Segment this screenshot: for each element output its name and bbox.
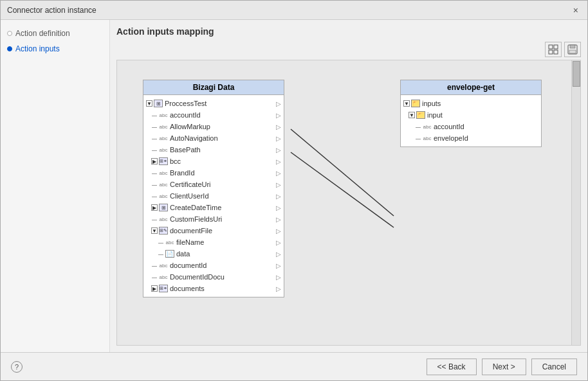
arrow-right: ▷: [276, 181, 281, 188]
arrow-right: ▷: [276, 135, 281, 142]
list-item: ▼ ⊞✎ documentFile ▷: [143, 225, 284, 236]
expand-icon[interactable]: —: [151, 216, 158, 222]
sidebar-item-action-inputs[interactable]: Action inputs: [1, 42, 109, 56]
file-icon: 📄: [165, 250, 174, 258]
expand-icon[interactable]: ▼: [409, 112, 415, 118]
item-label: BasePath: [170, 146, 201, 154]
dialog-body: Action definition Action inputs Action i…: [1, 20, 587, 352]
arrow-right: ▷: [276, 285, 281, 292]
right-panel: envelope-get ▼ 📁 inputs ▼ 📁: [400, 80, 542, 147]
list-item: ▶ ⊞ CreateDateTime ▷: [143, 202, 284, 213]
abc-icon: abc: [159, 123, 168, 130]
svg-rect-3: [554, 50, 558, 54]
expand-icon[interactable]: —: [158, 251, 164, 257]
folder-icon: 📁: [411, 100, 420, 107]
expand-icon[interactable]: ▶: [151, 285, 158, 292]
item-label: input: [427, 111, 443, 119]
list-item: — abc ClientUserId ▷: [143, 190, 284, 202]
toolbar: [116, 42, 581, 57]
next-button[interactable]: Next >: [482, 359, 526, 375]
scrollbar[interactable]: [571, 60, 580, 345]
expand-icon[interactable]: ▶: [151, 158, 158, 164]
list-item: ▼ 📁 input: [401, 109, 541, 121]
expand-icon[interactable]: —: [151, 112, 158, 118]
expand-icon[interactable]: —: [415, 123, 421, 130]
expand-icon[interactable]: —: [151, 146, 158, 153]
arrow-right: ▷: [276, 216, 281, 223]
left-panel-header: Bizagi Data: [143, 80, 284, 95]
item-label: CreateDateTime: [170, 204, 221, 211]
expand-icon[interactable]: —: [151, 193, 158, 199]
list-item: — abc documentId ▷: [143, 260, 284, 271]
scrollbar-thumb[interactable]: [573, 61, 580, 87]
item-label: DocumentIdDocu: [170, 273, 225, 281]
item-label: envelopeId: [434, 134, 468, 142]
page-title: Action inputs mapping: [116, 26, 581, 37]
right-panel-header: envelope-get: [401, 80, 541, 95]
back-button[interactable]: << Back: [427, 359, 477, 375]
svg-rect-2: [549, 50, 553, 54]
table-icon: ⊞: [154, 100, 163, 107]
abc-icon: abc: [159, 261, 168, 269]
expand-icon[interactable]: ▼: [403, 100, 410, 107]
sidebar-label-action-inputs: Action inputs: [15, 44, 60, 53]
table-link-icon2: ⊞⚭: [159, 285, 168, 292]
help-button[interactable]: ?: [11, 361, 23, 373]
item-label: accountId: [170, 111, 201, 119]
item-label: fileName: [176, 238, 204, 246]
list-item: — abc envelopeId: [401, 132, 541, 144]
expand-icon[interactable]: —: [158, 239, 164, 245]
arrange-button[interactable]: [545, 42, 562, 57]
expand-icon[interactable]: —: [151, 274, 158, 280]
expand-icon[interactable]: —: [151, 262, 158, 269]
item-label: inputs: [422, 100, 441, 107]
item-label: AllowMarkup: [170, 123, 210, 130]
dialog-title: Connector action instance: [7, 6, 96, 15]
expand-icon[interactable]: ▶: [151, 204, 158, 211]
list-item: ▶ ⊞⚭ bcc ▷: [143, 155, 284, 167]
arrow-right: ▷: [276, 204, 281, 211]
abc-icon: abc: [165, 238, 174, 246]
svg-line-8: [291, 152, 394, 227]
dialog-footer: ? << Back Next > Cancel: [1, 352, 587, 380]
arrow-right: ▷: [276, 112, 281, 119]
sidebar: Action definition Action inputs: [1, 20, 110, 352]
list-item: — abc CustomFieldsUri ▷: [143, 213, 284, 225]
arrow-right: ▷: [276, 251, 281, 258]
expand-icon[interactable]: ▼: [151, 227, 158, 234]
expand-icon[interactable]: —: [151, 170, 158, 176]
expand-icon[interactable]: —: [415, 135, 421, 141]
arrow-right: ▷: [276, 100, 281, 107]
list-item: — abc accountId: [401, 121, 541, 132]
save-icon: [567, 44, 578, 55]
abc-icon: abc: [159, 134, 168, 142]
abc-icon: abc: [159, 215, 168, 223]
list-item: — abc AutoNavigation ▷: [143, 132, 284, 144]
svg-rect-6: [569, 50, 576, 53]
abc-icon: abc: [159, 146, 168, 154]
abc-icon: abc: [159, 181, 168, 188]
save-button[interactable]: [564, 42, 581, 57]
expand-icon[interactable]: —: [151, 181, 158, 188]
abc-icon: abc: [159, 169, 168, 177]
sidebar-item-action-definition[interactable]: Action definition: [1, 26, 109, 40]
item-label: ClientUserId: [170, 192, 209, 200]
cancel-button[interactable]: Cancel: [531, 359, 577, 375]
folder-icon: 📁: [416, 111, 425, 119]
table-edit-icon: ⊞✎: [159, 227, 168, 235]
item-label: BrandId: [170, 169, 195, 177]
expand-icon[interactable]: —: [151, 135, 158, 141]
close-button[interactable]: ×: [571, 6, 581, 15]
list-item: — abc BasePath ▷: [143, 144, 284, 155]
sidebar-dot-active: [7, 46, 12, 51]
list-item: — abc DocumentIdDocu ▷: [143, 271, 284, 283]
right-panel-body: ▼ 📁 inputs ▼ 📁 input: [401, 95, 541, 146]
expand-icon[interactable]: —: [151, 123, 158, 130]
mapping-container[interactable]: Bizagi Data ▼ ⊞ ProccessTest ▷: [116, 60, 581, 346]
dialog: Connector action instance × Action defin…: [0, 0, 588, 381]
svg-rect-1: [554, 45, 558, 49]
arrow-right: ▷: [276, 158, 281, 165]
expand-icon[interactable]: ▼: [146, 100, 152, 107]
item-label: documentId: [170, 261, 207, 269]
item-label: documentFile: [170, 227, 212, 235]
